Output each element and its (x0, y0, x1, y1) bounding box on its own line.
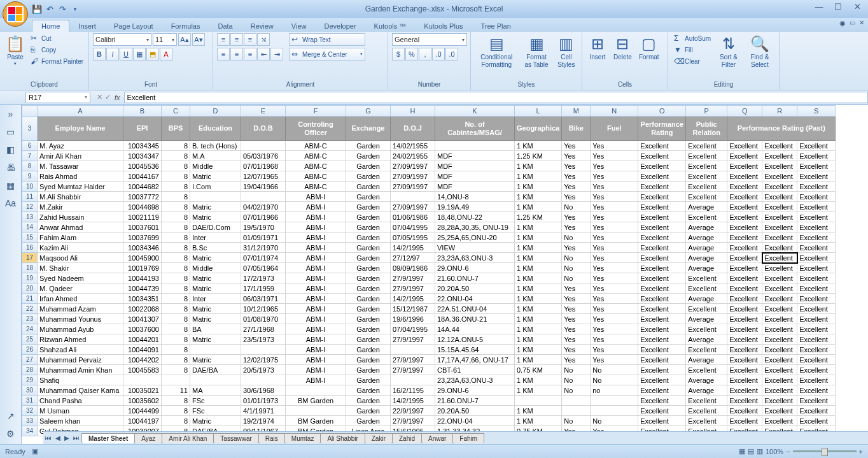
cell[interactable]: 10044698 (123, 202, 162, 212)
cell[interactable]: Yes (562, 182, 591, 192)
cell[interactable]: ABM-C (286, 171, 346, 182)
tab-view[interactable]: View (283, 20, 316, 32)
cell[interactable]: Yes (562, 243, 591, 253)
cell[interactable]: FSc (190, 406, 241, 416)
cell[interactable]: Yes (562, 355, 591, 365)
tab-page-layout[interactable]: Page Layout (105, 20, 162, 32)
cell[interactable] (241, 192, 286, 202)
cell[interactable]: 23/5/1973 (241, 334, 286, 345)
cell[interactable]: Yes (591, 355, 638, 365)
cell[interactable]: Excellent (638, 345, 686, 355)
cell[interactable]: 8 (162, 334, 190, 345)
cell[interactable] (391, 345, 435, 355)
cell[interactable]: Garden (346, 141, 391, 151)
cell[interactable]: 8 (162, 243, 190, 253)
cell[interactable]: Yes (591, 345, 638, 355)
align-top-button[interactable]: ≡ (217, 33, 230, 46)
sheet-tab[interactable]: Amir Ali Khan (162, 433, 214, 443)
cell[interactable]: Excellent (797, 324, 836, 334)
cell[interactable]: Matric (190, 416, 241, 426)
cell[interactable]: 8 (162, 161, 190, 171)
cell[interactable]: 10037699 (123, 233, 162, 243)
row-header[interactable]: 14 (22, 222, 38, 233)
cell[interactable]: BM Garden (286, 396, 346, 406)
row-header[interactable]: 31 (22, 396, 38, 406)
increase-indent-button[interactable]: ⇥ (270, 48, 283, 61)
cell[interactable]: ABM-I (286, 314, 346, 324)
cell[interactable]: Garden (346, 355, 391, 365)
sheet-tab[interactable]: Zakir (365, 433, 393, 443)
cell[interactable]: ABM-I (286, 212, 346, 222)
sheet-tab[interactable]: Ayaz (134, 433, 162, 443)
increase-decimal-button[interactable]: .0 (432, 48, 445, 61)
cell[interactable]: ABM-I (286, 202, 346, 212)
cell[interactable]: 1 KM (515, 273, 562, 283)
cell[interactable]: 10045583 (123, 365, 162, 375)
cell[interactable] (241, 375, 286, 385)
cell[interactable]: Excellent (727, 345, 762, 355)
col-header[interactable]: S (797, 106, 836, 117)
cell[interactable]: Average (686, 355, 727, 365)
cell[interactable]: Yes (591, 294, 638, 304)
tab-data[interactable]: Data (209, 20, 241, 32)
cell[interactable]: 07/01/1968 (241, 161, 286, 171)
cell[interactable]: ABM-I (286, 345, 346, 355)
cell[interactable]: Excellent (727, 355, 762, 365)
cell[interactable] (241, 141, 286, 151)
cell[interactable]: Excellent (638, 202, 686, 212)
cell[interactable]: Zahid Hussain (38, 212, 123, 222)
row-header[interactable]: 17 (22, 253, 38, 263)
cell[interactable]: 12/02/1975 (241, 355, 286, 365)
tab-developer[interactable]: Developer (315, 20, 365, 32)
cell[interactable]: ABM-C (286, 182, 346, 192)
cell[interactable]: Excellent (727, 406, 762, 416)
cell[interactable]: 1 KM (515, 324, 562, 334)
cell[interactable]: ABM-I (286, 283, 346, 294)
cell[interactable]: Matric (190, 283, 241, 294)
cell[interactable]: Garden (346, 365, 391, 375)
cell[interactable]: 20.20A.50 (435, 406, 515, 416)
cell[interactable]: No (562, 253, 591, 263)
cell[interactable]: ABM-C (286, 141, 346, 151)
find-select-button[interactable]: 🔍Find & Select (745, 33, 775, 70)
row-header[interactable]: 23 (22, 314, 38, 324)
cell[interactable]: 8 (162, 192, 190, 202)
cell[interactable]: 1 KM (515, 385, 562, 396)
cell[interactable]: 8 (162, 416, 190, 426)
cell[interactable]: ABM-I (286, 375, 346, 385)
cell[interactable]: 10044201 (123, 334, 162, 345)
cell[interactable]: Excellent (797, 202, 836, 212)
cell[interactable]: Rizwan Ahmed (38, 334, 123, 345)
cell[interactable]: Excellent (797, 273, 836, 283)
cell[interactable]: 1 KM (515, 222, 562, 233)
cell[interactable]: No (591, 365, 638, 375)
cell[interactable]: 10021119 (123, 212, 162, 222)
cell[interactable]: 12.12A.ONU-5 (435, 334, 515, 345)
cell[interactable]: Average (686, 233, 727, 243)
cell[interactable]: Garden (346, 314, 391, 324)
cell[interactable]: 1 KM (515, 355, 562, 365)
cell[interactable]: Excellent (686, 151, 727, 161)
cell[interactable]: ABM-I (286, 263, 346, 273)
cell[interactable] (391, 375, 435, 385)
cell[interactable]: 10044091 (123, 345, 162, 355)
cell[interactable]: Excellent (797, 233, 836, 243)
sort-filter-button[interactable]: ⇅Sort & Filter (715, 33, 743, 70)
col-header[interactable]: R (762, 106, 797, 117)
format-cells-button[interactable]: ▢Format (636, 33, 662, 62)
col-header[interactable]: A (38, 106, 123, 117)
cell[interactable]: Excellent (638, 406, 686, 416)
rail-expand-icon[interactable]: » (8, 109, 13, 119)
cell[interactable]: Matric (190, 273, 241, 283)
col-header[interactable]: L (515, 106, 562, 117)
cell[interactable]: Excellent (762, 304, 797, 314)
cell[interactable]: 8 (162, 222, 190, 233)
cell[interactable]: Yes (591, 171, 638, 182)
cell[interactable]: Saleem khan (38, 416, 123, 426)
cell[interactable]: Chand Pasha (38, 396, 123, 406)
cell[interactable]: Excellent (797, 334, 836, 345)
cell[interactable]: 1.25 KM (515, 151, 562, 161)
cell[interactable]: Excellent (727, 141, 762, 151)
cell[interactable]: Garden (346, 396, 391, 406)
cell[interactable]: 10044739 (123, 283, 162, 294)
